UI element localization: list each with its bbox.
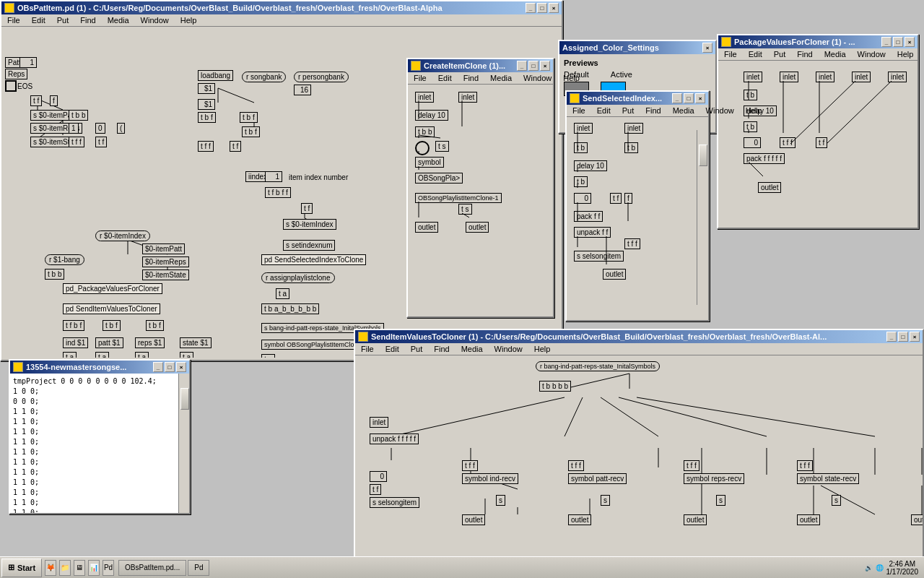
- ss-close-btn[interactable]: ×: [695, 93, 705, 103]
- cc-obs2: OBSongPlaylistItemClone-1: [415, 193, 502, 203]
- taskbar-item-obspatitem[interactable]: OBsPatItem.pd...: [118, 560, 186, 576]
- pd-sendselected[interactable]: pd SendSelectedIndexToClone: [261, 254, 366, 265]
- pd-senditem[interactable]: pd SendItemValuesToCloner: [63, 303, 160, 314]
- ss-menu-find[interactable]: Find: [642, 105, 663, 116]
- s-setindexnum: s setindexnum: [283, 240, 335, 251]
- cc-symbol: symbol: [415, 157, 444, 168]
- menu-media[interactable]: Media: [105, 15, 132, 25]
- color-close-btn[interactable]: ×: [702, 43, 712, 53]
- close-btn[interactable]: ×: [549, 3, 559, 13]
- create-clone-window[interactable]: CreateItemClone (1)... _ □ × File Edit F…: [406, 58, 554, 318]
- pkg-menu-file[interactable]: File: [721, 49, 740, 59]
- cc-obsong: OBSongPla>: [415, 173, 463, 184]
- si-menu-help[interactable]: Help: [531, 344, 554, 354]
- pkg-close-btn[interactable]: ×: [905, 37, 915, 47]
- cc-bang[interactable]: [415, 141, 430, 155]
- nm-close-btn[interactable]: ×: [176, 362, 186, 372]
- pkg-max-btn[interactable]: □: [893, 37, 903, 47]
- toggle-eos[interactable]: [5, 80, 17, 92]
- menu-window[interactable]: Window: [138, 15, 172, 25]
- create-clone-titlebar: CreateItemClone (1)... _ □ ×: [408, 59, 553, 72]
- ss-delay10: delay 10: [574, 160, 607, 171]
- menu-find[interactable]: Find: [77, 15, 98, 25]
- cc-outlet2: outlet: [466, 222, 489, 233]
- ss-titlebar: SendSelectedIndex... _ □ ×: [567, 92, 708, 105]
- cc-close-btn[interactable]: ×: [540, 61, 550, 71]
- ss-menu-help[interactable]: Help: [743, 105, 765, 116]
- folder-btn[interactable]: 📁: [59, 560, 71, 576]
- si-menu-media[interactable]: Media: [458, 344, 486, 354]
- tbabbbbb-node: t b a_b_b_b_b b: [261, 303, 319, 314]
- cc-menu-media[interactable]: Media: [487, 73, 515, 83]
- cc-max-btn[interactable]: □: [528, 61, 539, 71]
- cc-menu-window[interactable]: Window: [520, 73, 554, 83]
- ss-scrollbar[interactable]: [697, 130, 708, 305]
- cc-menu-find[interactable]: Find: [461, 73, 481, 83]
- menu-file[interactable]: File: [4, 15, 23, 25]
- si-tff4: t f f: [797, 460, 813, 471]
- menu-put[interactable]: Put: [54, 15, 72, 25]
- senditem-window[interactable]: SendItemValuesToCloner (1) - C:/Users/Re…: [354, 329, 924, 560]
- ss-menu-edit[interactable]: Edit: [594, 105, 614, 116]
- nm-max-btn[interactable]: □: [165, 362, 175, 372]
- ss-scrollbar-thumb[interactable]: [699, 144, 707, 166]
- pkg-menu-edit[interactable]: Edit: [746, 49, 765, 59]
- pd-btn[interactable]: Pd: [103, 560, 114, 576]
- si-menubar: File Edit Put Find Media Window Help: [355, 343, 923, 355]
- ss-menu-media[interactable]: Media: [670, 105, 697, 116]
- newmaster-window[interactable]: 13554-newmastersongse... _ □ × tmpProjec…: [9, 359, 191, 514]
- tbf-node: t b f: [198, 112, 216, 123]
- si-max-btn[interactable]: □: [898, 332, 908, 342]
- pkg-outlet: outlet: [758, 182, 781, 193]
- nm-line2: 0 0 0;: [13, 397, 175, 407]
- pkg-menu-put[interactable]: Put: [771, 49, 789, 59]
- si-min-btn[interactable]: _: [886, 332, 897, 342]
- ss-min-btn[interactable]: _: [672, 93, 682, 103]
- maximize-btn[interactable]: □: [537, 3, 547, 13]
- ss-max-btn[interactable]: □: [684, 93, 694, 103]
- si-menu-edit[interactable]: Edit: [383, 344, 402, 354]
- si-outlet2: outlet: [568, 514, 591, 525]
- clock: 2:46 AM 1/17/2020: [886, 560, 919, 576]
- pd-package[interactable]: pd_PackageValuesForCloner: [63, 283, 162, 294]
- pkg-menu-window[interactable]: Window: [855, 49, 889, 59]
- firefox-btn[interactable]: 🦊: [45, 560, 56, 576]
- pkg-menu-find[interactable]: Find: [794, 49, 815, 59]
- si-close-btn[interactable]: ×: [910, 332, 920, 342]
- si-menu-window[interactable]: Window: [492, 344, 526, 354]
- ta-node3: t a: [95, 352, 109, 358]
- iindex-num: 1: [265, 171, 282, 182]
- si-menu-file[interactable]: File: [358, 344, 377, 354]
- package-title: PackageValuesForCloner (1) - ...: [734, 38, 855, 46]
- menu-edit[interactable]: Edit: [29, 15, 48, 25]
- taskbar-item-pd[interactable]: Pd: [188, 560, 209, 576]
- tf-node4: t f: [230, 141, 241, 152]
- minimize-btn[interactable]: _: [526, 3, 536, 13]
- si-menu-put[interactable]: Put: [408, 344, 426, 354]
- cc-min-btn[interactable]: _: [517, 61, 527, 71]
- cc-menu-edit[interactable]: Edit: [435, 73, 455, 83]
- ss-menu-window[interactable]: Window: [703, 105, 737, 116]
- cc-menu-help[interactable]: Help: [560, 73, 583, 83]
- si-menu-find[interactable]: Find: [431, 344, 452, 354]
- pkg-min-btn[interactable]: _: [881, 37, 892, 47]
- si-titlebar: SendItemValuesToCloner (1) - C:/Users/Re…: [355, 330, 923, 343]
- package-window[interactable]: PackageValuesForCloner (1) - ... _ □ × F…: [717, 34, 919, 229]
- ss-menu-put[interactable]: Put: [619, 105, 637, 116]
- explorer-btn[interactable]: 🖥: [74, 560, 85, 576]
- si-icon: [358, 332, 368, 342]
- pkg-menu-help[interactable]: Help: [894, 49, 917, 59]
- nm-scrollbar-thumb[interactable]: [180, 388, 189, 410]
- menu-help[interactable]: Help: [178, 15, 200, 25]
- start-button[interactable]: ⊞ Start: [1, 558, 42, 577]
- cc-menu-file[interactable]: File: [411, 73, 430, 83]
- chart-btn[interactable]: 📊: [88, 560, 100, 576]
- ss-menu-file[interactable]: File: [570, 105, 588, 116]
- pkg-menu-media[interactable]: Media: [821, 49, 849, 59]
- nm-scrollbar-v[interactable]: [178, 374, 189, 513]
- si-num0: 0: [370, 471, 387, 482]
- nm-min-btn[interactable]: _: [153, 362, 163, 372]
- send-selected-window[interactable]: SendSelectedIndex... _ □ × File Edit Put…: [565, 90, 710, 322]
- nm-content: tmpProject 0 0 0 0 0 0 0 0 102.4; 1 0 0;…: [10, 374, 189, 513]
- nm-icon: [13, 362, 23, 372]
